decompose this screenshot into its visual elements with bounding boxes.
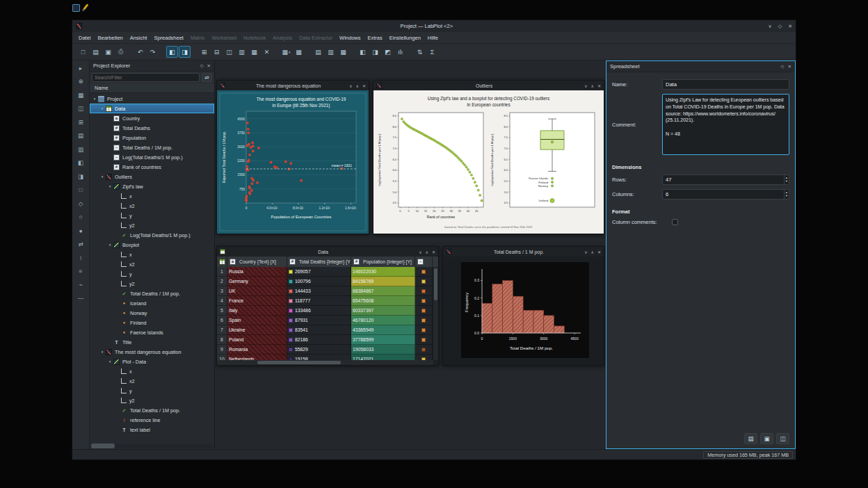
tree-item-x2[interactable]: x2 (90, 376, 214, 386)
tree-item-the-most-dangerous-equation[interactable]: ▾The most dangerous equation (90, 347, 214, 357)
remove-selection-icon[interactable]: ▦ (248, 46, 260, 58)
tree-item-boxplot[interactable]: ▾Boxplot (90, 240, 214, 250)
desktop-pencil-icon[interactable] (82, 3, 89, 11)
expander-icon[interactable]: ▾ (99, 174, 105, 179)
table-hscrollbar[interactable] (217, 360, 433, 365)
restore-icon[interactable]: ∧ (591, 83, 594, 88)
expander-icon[interactable]: ▾ (92, 97, 97, 101)
cell-country[interactable]: Italy (227, 306, 287, 316)
tree-item-title[interactable]: TTitle (90, 337, 214, 347)
template-options-icon[interactable]: ◫ (776, 433, 789, 444)
cell-extra[interactable] (415, 286, 433, 296)
cell-total-deaths[interactable]: 118777 (287, 296, 351, 306)
titlebar[interactable]: Project — LabPlot <2> ∨ ◇ ✕ (72, 20, 796, 32)
tree-item-iceland[interactable]: ●Iceland (90, 298, 214, 308)
shade-icon[interactable]: ∨ (349, 83, 352, 88)
cell-extra[interactable] (415, 345, 433, 355)
subwindow-titlebar[interactable]: Data ∨ ∧ ✕ (217, 247, 438, 257)
search-input[interactable] (92, 73, 200, 82)
edit-undo-icon[interactable]: ↶ (134, 46, 146, 58)
vtool-15-icon[interactable]: ↕ (75, 252, 86, 263)
vtool-9-icon[interactable]: ◨ (75, 171, 86, 181)
menu-bearbeiten[interactable]: Bearbeiten (95, 33, 127, 42)
tree-item-x[interactable]: x (90, 250, 214, 259)
tree-item-plot-data[interactable]: ▾Plot - Data (90, 357, 214, 366)
menu-datei[interactable]: Datei (75, 33, 95, 42)
menu-einstellungen[interactable]: Einstellungen (386, 33, 424, 42)
desktop-window-icon[interactable] (72, 4, 80, 12)
menu-worksheet[interactable]: Worksheet (208, 33, 240, 42)
menu-extras[interactable]: Extras (364, 33, 386, 42)
vtool-8-icon[interactable]: ◧ (75, 158, 86, 168)
tree-item-country[interactable]: aCountry (90, 113, 214, 123)
menu-analysis[interactable]: Analysis (269, 33, 296, 42)
cell-population[interactable]: 68384867 (351, 286, 415, 296)
insert-column-right-icon[interactable]: ▥ (236, 46, 248, 58)
cell-extra[interactable] (415, 277, 433, 286)
vtool-11-icon[interactable]: ◇ (75, 198, 86, 209)
vtool-10-icon[interactable]: □ (75, 185, 86, 195)
maximize-icon[interactable]: ◇ (778, 24, 782, 29)
tree-item-text-label[interactable]: Ttext label (90, 425, 214, 434)
document-open-icon[interactable]: ▤ (90, 46, 102, 58)
close-icon[interactable]: ✕ (597, 83, 601, 88)
tree-item-y[interactable]: y (90, 386, 214, 396)
row-number[interactable]: 4 (217, 296, 227, 306)
vtool-12-icon[interactable]: ○ (75, 212, 86, 222)
close-icon[interactable]: ✕ (362, 83, 366, 88)
name-column-header[interactable]: Name (90, 83, 214, 93)
subwindow-titlebar[interactable]: Outliers ∨ ∧ ✕ (373, 81, 604, 90)
menu-data-extractor[interactable]: Data Extractor (296, 33, 336, 42)
worksheet-canvas[interactable]: 0.00.10.20.30150030004500Total Deaths / … (443, 257, 604, 365)
cell-country[interactable]: Russia (227, 267, 287, 277)
add-matrix-icon[interactable]: ▩ (293, 46, 305, 58)
add-spreadsheet-icon[interactable]: ▦▾ (280, 46, 292, 58)
tree-item-population[interactable]: #Population (90, 133, 214, 143)
cell-total-deaths[interactable]: 269057 (287, 267, 351, 277)
tree-item-log-total-deaths-1-m-pop[interactable]: ✓Log(Total Deaths/1 M pop.) (90, 230, 214, 240)
tree-item-rank-of-countries[interactable]: #Rank of countries (90, 162, 214, 172)
shade-icon[interactable]: ∨ (584, 83, 587, 88)
view-table-icon[interactable]: ▦ (337, 46, 349, 58)
cell-population[interactable]: 60337397 (351, 306, 415, 316)
tree-item-x2[interactable]: x2 (90, 201, 214, 211)
scrollbar-handle[interactable] (257, 361, 341, 364)
menu-matrix[interactable]: Matrix (187, 33, 208, 42)
menu-spreadsheet[interactable]: Spreadsheet (150, 33, 187, 42)
cell-country[interactable]: Ukraine (227, 325, 287, 335)
cell-total-deaths[interactable]: 83541 (287, 325, 351, 335)
vtool-17-icon[interactable]: ~ (75, 279, 86, 290)
vtool-18-icon[interactable]: — (75, 293, 86, 304)
template-save-icon[interactable]: ▣ (760, 433, 773, 444)
expander-icon[interactable]: ▾ (99, 350, 105, 354)
vtool-5-icon[interactable]: ⊞ (75, 117, 86, 127)
tree-item-project[interactable]: ▾Project (90, 94, 214, 104)
cell-total-deaths[interactable]: 55829 (287, 345, 351, 355)
clear-spreadsheet-icon[interactable]: ✕ (261, 46, 273, 58)
name-input[interactable] (662, 79, 789, 90)
tree-item-total-deaths-1m-pop[interactable]: ~Total Deaths / 1M pop. (90, 143, 214, 152)
cell-extra[interactable] (415, 296, 433, 306)
spinner-arrows-icon[interactable]: ▴▾ (784, 190, 789, 199)
cell-population[interactable]: 37788599 (351, 335, 415, 345)
tree-item-y2[interactable]: y2 (90, 220, 214, 230)
float-dock-icon[interactable]: ◇ (200, 63, 204, 69)
tree-item-y[interactable]: y (90, 269, 214, 279)
cell-extra[interactable] (415, 335, 433, 345)
column-comments-checkbox[interactable] (672, 219, 678, 225)
close-icon[interactable]: ✕ (788, 24, 792, 29)
edit-redo-icon[interactable]: ↷ (147, 46, 159, 58)
column-header-total-deaths-integer-y[interactable]: #Total Deaths {Integer} [Y] (287, 257, 351, 267)
align-left-icon[interactable]: ◧ (357, 46, 369, 58)
tree-item-finland[interactable]: ●Finland (90, 318, 214, 327)
align-right-icon[interactable]: ◩ (382, 46, 394, 58)
cell-population[interactable]: 146022030 (351, 267, 415, 277)
close-icon[interactable]: ✕ (597, 250, 601, 254)
cell-country[interactable]: Poland (227, 335, 287, 345)
toggle-properties-icon[interactable]: ◨ (179, 46, 191, 58)
vtool-7-icon[interactable]: ▥ (75, 144, 86, 154)
filter-options-icon[interactable]: ⇌ (202, 73, 212, 82)
minimize-icon[interactable]: ∨ (769, 24, 772, 29)
row-number[interactable]: 5 (217, 306, 227, 316)
tree-item-data[interactable]: ▾Data (90, 104, 214, 113)
